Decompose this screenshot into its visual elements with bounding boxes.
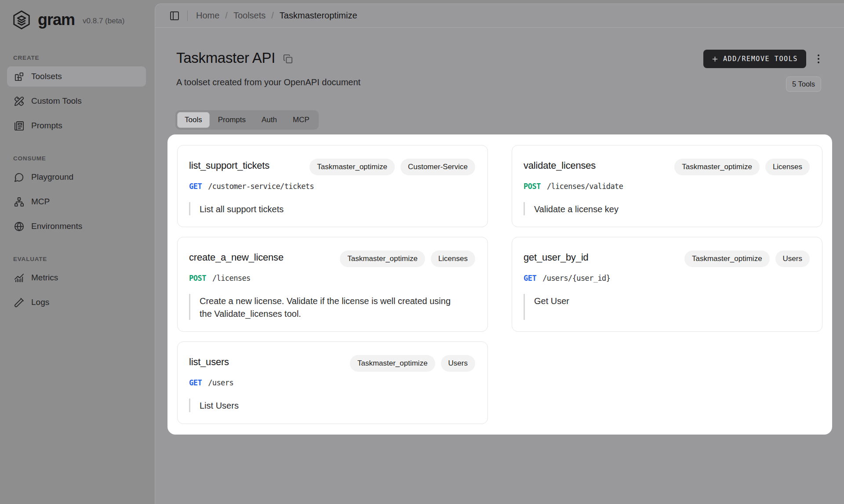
sidebar-item-label: Prompts [31,121,62,131]
tab-mcp[interactable]: MCP [285,112,317,128]
topbar-divider [187,11,188,21]
sidebar-item-label: Custom Tools [31,96,82,106]
sidebar-toggle-icon[interactable] [169,11,180,21]
tool-description: Validate a license key [534,202,618,215]
tools-count-badge: 5 Tools [786,76,821,92]
chart-icon [14,273,24,283]
sidebar-item-mcp[interactable]: MCP [7,192,146,212]
blocks-icon [14,72,24,82]
kebab-menu-icon[interactable] [816,53,821,65]
tool-badge: Taskmaster_optimize [309,159,395,175]
tool-description: Create a new license. Validate if the li… [200,294,459,320]
app-logo: gram v0.8.7 (beta) [0,8,155,30]
tool-badge: Taskmaster_optimize [674,159,760,175]
tool-badge: Taskmaster_optimize [340,250,425,267]
http-path: /licenses/validate [547,182,623,191]
page-header: Taskmaster API A toolset created from yo… [155,28,844,92]
sidebar-item-label: Toolsets [31,72,62,81]
breadcrumb: Home / Toolsets / Taskmasteroptimize [196,11,357,21]
http-path: /licenses [212,274,251,283]
sidebar-item-metrics[interactable]: Metrics [7,268,146,288]
network-icon [14,197,24,207]
app-name: gram [38,11,75,29]
tabs: Tools Prompts Auth MCP [175,110,319,130]
tool-card[interactable]: list_users Taskmaster_optimize Users GET… [177,341,488,424]
tool-name: list_support_tickets [189,159,269,171]
sidebar-item-label: MCP [31,197,50,207]
copy-icon[interactable] [283,54,293,64]
http-path: /customer-service/tickets [208,182,314,191]
tool-card[interactable]: get_user_by_id Taskmaster_optimize Users… [512,237,822,332]
tool-description: Get User [534,294,569,307]
tool-card[interactable]: create_a_new_license Taskmaster_optimize… [177,237,488,332]
chat-bubble-icon [14,172,24,182]
tool-badge: Taskmaster_optimize [350,355,435,372]
sidebar-section-evaluate: EVALUATE [13,256,155,262]
sidebar-item-logs[interactable]: Logs [7,292,146,312]
breadcrumb-separator: / [271,11,274,21]
tool-name: create_a_new_license [189,250,284,263]
page-subtitle: A toolset created from your OpenAPI docu… [176,77,360,87]
globe-icon [14,221,24,232]
tool-description: List Users [200,399,239,412]
sidebar-item-label: Metrics [31,273,58,283]
add-remove-tools-label: ADD/REMOVE TOOLS [723,55,798,63]
gram-logo-icon [11,10,32,30]
tool-description: List all support tickets [200,202,284,215]
sidebar-item-toolsets[interactable]: Toolsets [7,66,146,87]
plus-icon [712,56,718,62]
http-path: /users [208,378,233,387]
tool-card[interactable]: validate_licenses Taskmaster_optimize Li… [512,145,822,227]
main-panel: Home / Toolsets / Taskmasteroptimize Tas… [155,4,844,504]
add-remove-tools-button[interactable]: ADD/REMOVE TOOLS [703,50,806,68]
pencil-ruler-icon [14,96,24,106]
sidebar-item-label: Environments [31,221,82,231]
http-path: /users/{user_id} [542,274,610,283]
tool-badge: Licenses [431,250,475,267]
http-method: GET [189,378,202,387]
tools-panel: list_support_tickets Taskmaster_optimize… [167,134,832,435]
sidebar-item-playground[interactable]: Playground [7,167,146,187]
http-method: GET [524,274,536,283]
sidebar: gram v0.8.7 (beta) CREATE Toolsets Custo… [0,0,155,504]
breadcrumb-current: Taskmasteroptimize [280,11,357,21]
tool-name: validate_licenses [524,159,596,171]
http-method: POST [524,182,541,191]
sidebar-item-custom-tools[interactable]: Custom Tools [7,91,146,111]
sidebar-section-create: CREATE [13,54,155,61]
tab-tools[interactable]: Tools [177,112,210,128]
tool-badge: Customer-Service [400,159,475,175]
tab-prompts[interactable]: Prompts [211,112,253,128]
tab-auth[interactable]: Auth [254,112,284,128]
tool-badge: Users [441,355,475,372]
tool-badge: Licenses [765,159,810,175]
newspaper-icon [14,121,24,131]
sidebar-section-consume: CONSUME [13,155,155,162]
sidebar-item-prompts[interactable]: Prompts [7,116,146,136]
tool-badge: Taskmaster_optimize [684,250,770,267]
page-title: Taskmaster API [176,50,275,66]
page-header-left: Taskmaster API A toolset created from yo… [176,50,360,87]
breadcrumb-home[interactable]: Home [196,11,219,21]
sidebar-item-environments[interactable]: Environments [7,216,146,236]
sidebar-item-label: Playground [31,172,73,182]
page-header-right: ADD/REMOVE TOOLS 5 Tools [703,50,821,92]
breadcrumb-toolsets[interactable]: Toolsets [233,11,266,21]
sidebar-item-label: Logs [31,297,49,307]
tool-badge: Users [775,250,810,267]
app-version: v0.8.7 (beta) [83,17,124,25]
breadcrumb-separator: / [225,11,228,21]
topbar: Home / Toolsets / Taskmasteroptimize [155,4,844,28]
tool-card[interactable]: list_support_tickets Taskmaster_optimize… [177,145,488,227]
http-method: GET [189,182,202,191]
http-method: POST [189,274,206,283]
tool-name: get_user_by_id [524,250,589,263]
test-tube-icon [14,297,24,308]
tool-name: list_users [189,355,229,368]
